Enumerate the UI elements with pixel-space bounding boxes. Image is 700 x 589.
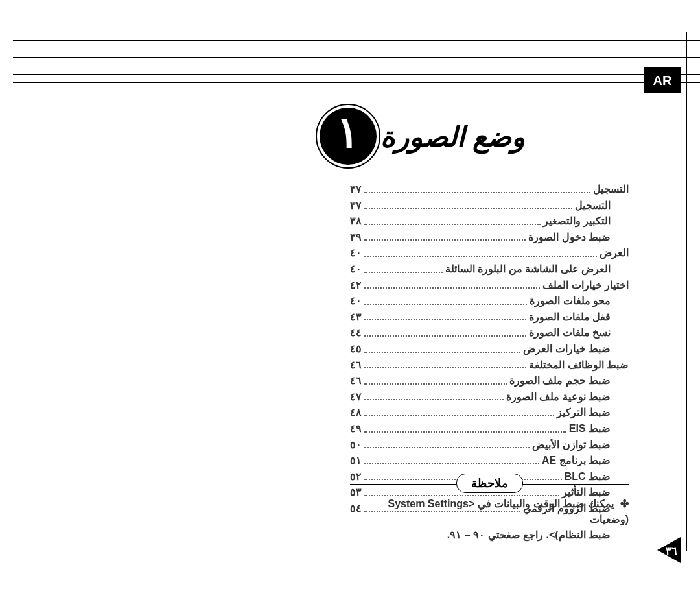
- toc-row: ضبط EIS٤٩: [350, 422, 629, 436]
- rule-line: [13, 40, 700, 49]
- toc-page: ٤٦: [350, 358, 362, 372]
- toc-dots: [364, 208, 572, 209]
- toc-row: ضبط نوعية ملف الصورة٤٧: [350, 390, 629, 404]
- toc-dots: [364, 304, 527, 305]
- vertical-divider: [686, 32, 687, 551]
- toc-page: ٤٤: [350, 326, 362, 340]
- toc-page: ٣٨: [350, 214, 362, 228]
- toc-dots: [364, 447, 530, 448]
- toc-row: قفل ملفات الصورة٤٣: [350, 310, 629, 324]
- toc-dots: [364, 463, 539, 464]
- toc-row: العرض على الشاشة من البلورة السائلة٤٠: [350, 262, 629, 276]
- toc-row: ضبط خيارات العرض٤٥: [350, 342, 629, 356]
- chapter-title: وضع الصورة: [380, 120, 525, 153]
- toc-row: ضبط حجم ملف الصورة٤٦: [350, 374, 629, 388]
- note-text: ✤ يمكنك ضبط الوقت والبيانات في <System S…: [350, 496, 629, 543]
- note-label: ملاحظة: [456, 474, 523, 493]
- toc-row: محو ملفات الصورة٤٠: [350, 294, 629, 308]
- chapter-header: وضع الصورة ١: [316, 104, 544, 169]
- toc-row: التسجيل٣٧: [350, 182, 629, 197]
- rule-line: [13, 82, 700, 91]
- note-section: ملاحظة ✤ يمكنك ضبط الوقت والبيانات في <S…: [350, 474, 629, 543]
- toc-dots: [364, 272, 443, 273]
- toc-title: التسجيل: [575, 198, 611, 213]
- toc-page: ٥٠: [350, 438, 362, 452]
- toc-dots: [364, 256, 597, 257]
- toc-row: التسجيل٣٧: [350, 198, 629, 213]
- toc-page: ٤٣: [350, 310, 362, 324]
- toc-title: ضبط الوظائف المختلفة: [529, 358, 629, 372]
- rule-line: [13, 74, 700, 82]
- page-number: ٣٦: [666, 545, 677, 557]
- toc-page: ٣٧: [350, 182, 362, 197]
- toc-title: محو ملفات الصورة: [530, 294, 611, 308]
- toc-page: ٤٦: [350, 374, 362, 388]
- toc-title: ضبط EIS: [569, 422, 611, 436]
- toc-row: ضبط التركيز٤٨: [350, 405, 629, 420]
- toc-page: ٣٩: [350, 230, 362, 245]
- bullet-icon: ✤: [620, 498, 629, 509]
- toc-dots: [364, 431, 566, 433]
- toc-page: ٤٨: [350, 405, 362, 420]
- toc-dots: [364, 399, 504, 400]
- toc-dots: [364, 224, 541, 225]
- toc-page: ٣٧: [350, 198, 362, 213]
- toc-title: قفل ملفات الصورة: [529, 310, 611, 324]
- language-badge: AR: [644, 67, 681, 93]
- toc-page: ٤٠: [350, 294, 362, 308]
- toc-row: العرض٤٠: [350, 246, 629, 260]
- toc-title: ضبط دخول الصورة: [528, 230, 611, 245]
- toc-title: ضبط نوعية ملف الصورة: [506, 390, 611, 404]
- toc-dots: [364, 192, 590, 193]
- toc-dots: [364, 383, 507, 385]
- toc-page: ٤٥: [350, 342, 362, 356]
- toc-title: ضبط برنامج AE: [542, 453, 611, 468]
- toc-title: العرض: [600, 246, 629, 260]
- toc-dots: [364, 319, 526, 320]
- toc-dots: [364, 415, 554, 416]
- toc-row: نسخ ملفات الصورة٤٤: [350, 326, 629, 340]
- toc-page: ٤٠: [350, 246, 362, 260]
- toc-page: ٤٢: [350, 278, 362, 293]
- note-line1: يمكنك ضبط الوقت والبيانات في <System Set…: [388, 498, 629, 525]
- toc-row: اختيار خيارات الملف٤٢: [350, 278, 629, 293]
- rule-line: [13, 57, 700, 66]
- toc-row: ضبط توازن الأبيض٥٠: [350, 438, 629, 452]
- toc-row: التكبير والتصغير٣٨: [350, 214, 629, 228]
- toc-title: ضبط التركيز: [557, 405, 611, 420]
- toc-page: ٤٧: [350, 390, 362, 404]
- table-of-contents: التسجيل٣٧التسجيل٣٧التكبير والتصغير٣٨ضبط …: [350, 180, 629, 517]
- toc-title: ضبط حجم ملف الصورة: [509, 374, 611, 388]
- toc-dots: [364, 352, 520, 353]
- note-line2: ضبط النظام)>. راجع صفحتي ٩٠ – ٩١.: [350, 527, 611, 543]
- rule-line: [13, 66, 700, 74]
- chapter-number: ١: [336, 111, 359, 154]
- toc-row: ضبط برنامج AE٥١: [350, 453, 629, 468]
- toc-title: ضبط خيارات العرض: [523, 342, 611, 356]
- toc-row: ضبط دخول الصورة٣٩: [350, 230, 629, 245]
- header-rules: [13, 40, 700, 92]
- toc-dots: [364, 239, 526, 241]
- toc-dots: [364, 287, 540, 289]
- toc-title: التسجيل: [593, 182, 629, 197]
- toc-title: نسخ ملفات الصورة: [529, 326, 611, 340]
- toc-title: ضبط توازن الأبيض: [532, 438, 611, 452]
- toc-row: ضبط الوظائف المختلفة٤٦: [350, 358, 629, 372]
- toc-title: العرض على الشاشة من البلورة السائلة: [445, 262, 611, 276]
- toc-title: اختيار خيارات الملف: [542, 278, 629, 293]
- toc-title: التكبير والتصغير: [543, 214, 611, 228]
- toc-page: ٤٠: [350, 262, 362, 276]
- toc-dots: [364, 335, 526, 337]
- toc-page: ٥١: [350, 453, 362, 468]
- circle-inner: ١: [320, 108, 377, 165]
- chapter-number-badge: ١: [316, 104, 380, 169]
- toc-page: ٤٩: [350, 422, 362, 436]
- rule-line: [13, 49, 700, 57]
- toc-dots: [364, 367, 526, 368]
